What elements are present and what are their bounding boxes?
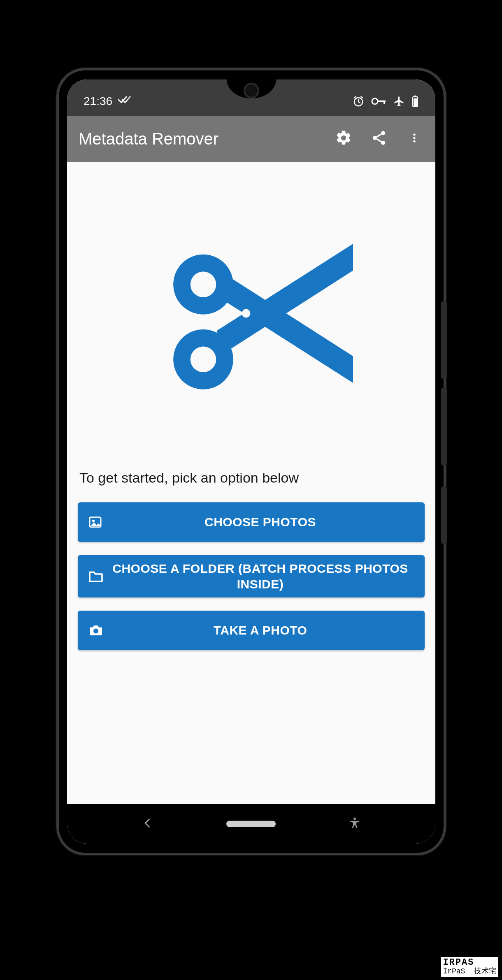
choose-folder-button[interactable]: CHOOSE A FOLDER (BATCH PROCESS PHOTOS IN…: [78, 555, 425, 597]
take-photo-label: TAKE A PHOTO: [105, 623, 416, 638]
volume-down-button[interactable]: [441, 387, 447, 466]
choose-photos-button[interactable]: CHOOSE PHOTOS: [78, 502, 425, 542]
accessibility-icon: [348, 817, 361, 831]
overflow-button[interactable]: [404, 128, 425, 149]
watermark: IRPAS IrPaS 技术宅: [441, 957, 498, 977]
settings-button[interactable]: [333, 128, 354, 149]
volume-up-button[interactable]: [441, 301, 447, 379]
svg-rect-5: [414, 96, 416, 97]
nav-accessibility-button[interactable]: [330, 812, 379, 836]
svg-point-11: [413, 137, 415, 139]
home-pill-icon: [226, 821, 276, 827]
choose-photos-label: CHOOSE PHOTOS: [105, 514, 416, 530]
app-bar: Metadata Remover: [67, 116, 435, 162]
vpn-key-icon: [371, 96, 387, 106]
back-icon: [142, 817, 153, 831]
nav-home-button[interactable]: [226, 812, 276, 836]
phone-screen: 21:36: [67, 79, 435, 844]
image-icon: [87, 515, 105, 530]
scissors-icon: [144, 206, 358, 422]
share-button[interactable]: [369, 128, 389, 149]
svg-point-7: [381, 131, 385, 135]
system-nav-bar: [67, 804, 435, 844]
svg-point-15: [242, 309, 250, 318]
svg-point-12: [413, 140, 415, 142]
svg-point-20: [353, 817, 356, 820]
stacked-check-icon: [118, 95, 131, 108]
power-button[interactable]: [441, 486, 447, 544]
phone-frame: 21:36: [59, 70, 444, 853]
svg-point-10: [413, 133, 415, 135]
svg-rect-3: [383, 100, 385, 104]
camera-icon: [87, 624, 105, 637]
airplane-icon: [393, 96, 405, 107]
watermark-line1: IRPAS: [443, 957, 474, 968]
svg-rect-6: [414, 98, 417, 106]
battery-icon: [411, 95, 419, 107]
share-icon: [371, 130, 387, 148]
svg-point-9: [381, 141, 385, 145]
folder-icon: [87, 570, 105, 583]
svg-point-17: [92, 520, 95, 522]
main-content: To get started, pick an option below CHO…: [67, 162, 435, 804]
more-vert-icon: [409, 130, 420, 148]
svg-point-1: [372, 98, 378, 104]
watermark-line2: IrPaS 技术宅: [443, 967, 496, 975]
svg-point-8: [373, 136, 377, 140]
take-photo-button[interactable]: TAKE A PHOTO: [78, 611, 425, 650]
alarm-icon: [352, 95, 365, 107]
gear-icon: [335, 129, 352, 148]
nav-back-button[interactable]: [123, 812, 172, 836]
status-clock: 21:36: [84, 95, 112, 108]
svg-point-19: [93, 629, 98, 634]
app-title: Metadata Remover: [79, 130, 333, 148]
instruction-text: To get started, pick an option below: [79, 470, 423, 486]
choose-folder-label: CHOOSE A FOLDER (BATCH PROCESS PHOTOS IN…: [105, 561, 416, 592]
